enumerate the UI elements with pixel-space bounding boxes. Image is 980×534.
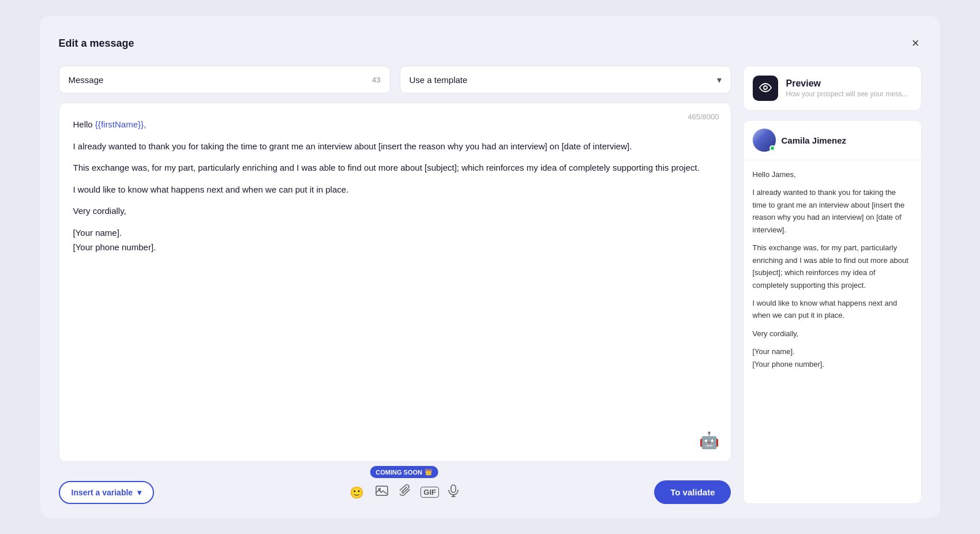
preview-message-body: Hello James, I already wanted to thank y… — [744, 160, 921, 378]
preview-line-1: Hello James, — [753, 168, 912, 180]
greeting-line: Hello {{firstName}}, — [73, 117, 717, 132]
modal-title: Edit a message — [59, 37, 134, 50]
preview-text-block: Preview How your prospect will see your … — [786, 78, 908, 98]
paperclip-button[interactable] — [397, 482, 414, 502]
chevron-down-icon: ▾ — [717, 74, 722, 85]
avatar-online-indicator — [769, 145, 775, 151]
insert-variable-button[interactable]: Insert a variable ▾ — [59, 481, 155, 504]
eye-icon — [759, 82, 772, 95]
preview-message-card: Camila Jimenez Hello James, I already wa… — [743, 120, 922, 504]
preview-subtitle: How your prospect will see your mess... — [786, 90, 908, 98]
preview-line-4: I would like to know what happens next a… — [753, 297, 912, 322]
right-panel: Preview How your prospect will see your … — [743, 66, 922, 504]
message-tab-count: 43 — [372, 76, 380, 84]
preview-line-2: I already wanted to thank you for taking… — [753, 186, 912, 236]
svg-rect-2 — [451, 485, 456, 492]
preview-user-row: Camila Jimenez — [744, 121, 921, 160]
avatar-container — [753, 129, 776, 152]
emoji-button[interactable]: 🙂 — [347, 483, 366, 502]
toolbar-icons: COMING SOON 👑 🙂 — [347, 482, 461, 502]
to-validate-button[interactable]: To validate — [654, 480, 731, 504]
preview-title: Preview — [786, 78, 908, 89]
coming-soon-badge: COMING SOON 👑 — [370, 466, 438, 478]
preview-line-5: Very cordially, — [753, 328, 912, 340]
firstname-variable: {{firstName}}, — [95, 119, 146, 129]
edit-message-modal: Edit a message × Message 43 Use a templa… — [40, 16, 940, 518]
preview-line-3: This exchange was, for my part, particul… — [753, 242, 912, 291]
modal-header: Edit a message × — [59, 35, 922, 52]
gif-button[interactable]: GIF — [420, 487, 439, 498]
body-line-4: Very cordially, — [73, 204, 717, 219]
preview-header: Preview How your prospect will see your … — [743, 66, 922, 111]
preview-user-name: Camila Jimenez — [782, 136, 847, 145]
body-line-2: This exchange was, for my part, particul… — [73, 160, 717, 175]
close-button[interactable]: × — [910, 35, 922, 52]
image-button[interactable] — [373, 483, 391, 501]
body-line-3: I would like to know what happens next a… — [73, 182, 717, 197]
preview-line-6: [Your name].[Your phone number]. — [753, 345, 912, 370]
editor-content: Hello {{firstName}}, I already wanted to… — [73, 117, 717, 255]
top-bar: Message 43 Use a template ▾ — [59, 66, 731, 93]
body-line-5: [Your name]. [Your phone number]. — [73, 225, 717, 255]
chevron-down-icon: ▾ — [137, 488, 141, 497]
template-dropdown[interactable]: Use a template ▾ — [400, 66, 731, 93]
crown-icon: 👑 — [425, 468, 433, 476]
char-count: 465/8000 — [688, 112, 719, 121]
message-tab-label: Message — [69, 75, 104, 85]
left-panel: Message 43 Use a template ▾ 465/8000 Hel… — [59, 66, 731, 504]
microphone-button[interactable] — [446, 482, 461, 502]
svg-point-5 — [764, 86, 767, 89]
message-tab[interactable]: Message 43 — [59, 66, 391, 93]
preview-icon — [753, 76, 778, 101]
ai-icon-button[interactable]: 🤖 — [699, 431, 719, 450]
bottom-toolbar: Insert a variable ▾ COMING SOON 👑 🙂 — [59, 471, 731, 504]
editor-area[interactable]: 465/8000 Hello {{firstName}}, I already … — [59, 103, 731, 462]
modal-body: Message 43 Use a template ▾ 465/8000 Hel… — [59, 66, 922, 504]
template-dropdown-label: Use a template — [410, 75, 468, 85]
body-line-1: I already wanted to thank you for taking… — [73, 139, 717, 154]
